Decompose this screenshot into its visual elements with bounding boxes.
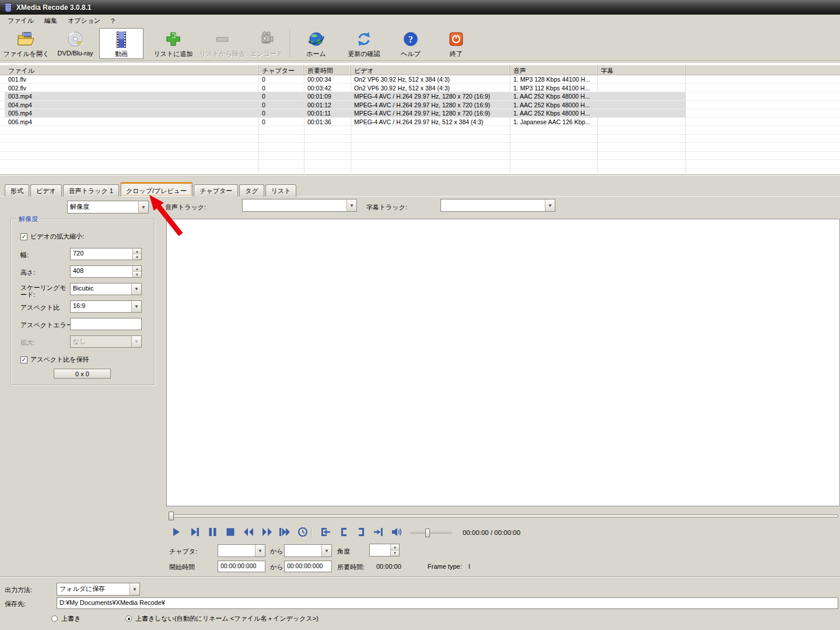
help-button[interactable]: ? ヘルプ xyxy=(395,28,426,59)
radio-selected-icon[interactable] xyxy=(125,615,132,622)
check-update-button[interactable]: 更新の確認 xyxy=(341,28,387,59)
checkbox-checked-icon[interactable]: ✓ xyxy=(20,233,27,240)
clock-button[interactable] xyxy=(297,527,310,538)
column-divider xyxy=(258,75,259,173)
table-row[interactable]: 003.mp4000:01:09MPEG-4 AVC / H.264 29.97… xyxy=(0,92,840,101)
angle-spinner[interactable]: ▲▼ xyxy=(369,544,400,556)
seek-slider-track[interactable] xyxy=(169,514,838,517)
spinner-buttons[interactable]: ▲▼ xyxy=(390,544,399,556)
column-header-video[interactable]: ビデオ xyxy=(351,65,510,75)
column-header-duration[interactable]: 所要時間 xyxy=(304,65,351,75)
next-frame-button[interactable] xyxy=(189,527,202,538)
table-row[interactable]: 005.mp4000:01:11MPEG-4 AVC / H.264 29.97… xyxy=(0,109,840,118)
table-cell: 0 xyxy=(258,101,304,109)
radio-unselected-icon[interactable] xyxy=(51,615,58,622)
keep-aspect-checkbox[interactable]: ✓ アスペクト比を保持 xyxy=(20,355,89,364)
column-header-audio[interactable]: 音声 xyxy=(510,65,597,75)
end-time-input[interactable]: 00:00:00:000 xyxy=(284,561,332,572)
stop-button[interactable] xyxy=(225,527,237,538)
menu-file[interactable]: ファイル xyxy=(2,15,39,27)
step-forward-button[interactable] xyxy=(278,527,291,538)
tab-ビデオ[interactable]: ビデオ xyxy=(30,184,62,197)
table-row[interactable]: 002.flv000:03:42On2 VP6 30.92 Hz, 512 x … xyxy=(0,84,840,93)
go-to-start-mark-button[interactable] xyxy=(320,527,332,538)
scaling-mode-combo[interactable]: Bicubic ▼ xyxy=(70,283,142,295)
volume-slider-track[interactable] xyxy=(410,532,452,534)
video-scale-checkbox[interactable]: ✓ ビデオの拡大縮小: xyxy=(20,232,84,241)
column-header-chapter[interactable]: チャプター xyxy=(258,65,304,75)
encode-button[interactable]: エンコード xyxy=(249,28,285,59)
quit-button[interactable]: 終了 xyxy=(442,28,471,59)
overwrite-radio[interactable]: 上書き xyxy=(51,614,80,623)
subtitle-track-combo[interactable]: ▼ xyxy=(440,199,555,212)
no-overwrite-radio[interactable]: 上書きしない(自動的にリネーム <ファイル名＋インデックス>) xyxy=(125,614,318,623)
chevron-down-icon[interactable]: ▼ xyxy=(545,200,555,211)
width-spinner[interactable]: 720 ▲▼ xyxy=(70,248,142,260)
spinner-buttons[interactable]: ▲▼ xyxy=(132,266,141,277)
open-file-button[interactable]: ファイルを開く xyxy=(5,28,48,59)
spinner-value[interactable]: 408 xyxy=(71,266,132,277)
tab-音声トラック 1[interactable]: 音声トラック 1 xyxy=(63,184,119,197)
remove-from-list-button[interactable]: リストから除去 xyxy=(198,28,246,59)
table-cell: 005.mp4 xyxy=(5,109,258,117)
volume-slider-thumb[interactable] xyxy=(425,528,430,537)
enlarge-label: 拡大: xyxy=(20,338,35,347)
combo-value xyxy=(285,545,321,556)
speaker-icon[interactable] xyxy=(391,527,404,538)
aspect-error-input[interactable] xyxy=(70,318,142,330)
video-button[interactable]: 動画 xyxy=(99,28,144,59)
menu-options[interactable]: オプション xyxy=(62,15,106,27)
pause-button[interactable] xyxy=(207,527,220,538)
size-button[interactable]: 0 x 0 xyxy=(54,369,111,379)
chevron-down-icon[interactable]: ▼ xyxy=(131,284,141,295)
chevron-down-icon[interactable]: ▼ xyxy=(131,301,141,312)
chevron-down-icon[interactable]: ▼ xyxy=(138,201,148,213)
spinner-value[interactable]: 720 xyxy=(71,249,132,260)
menu-edit[interactable]: 編集 xyxy=(39,15,62,27)
resolution-mode-combo[interactable]: 解像度 ▼ xyxy=(67,201,149,214)
set-start-mark-button[interactable] xyxy=(338,527,351,538)
column-header-subtitle[interactable]: 字幕 xyxy=(597,65,685,75)
seek-slider-thumb[interactable] xyxy=(169,512,174,520)
start-time-input[interactable]: 00:00:00:000 xyxy=(218,561,265,572)
chevron-down-icon[interactable]: ▼ xyxy=(130,583,139,595)
chevron-down-icon[interactable]: ▼ xyxy=(321,545,331,556)
audio-track-combo[interactable]: ▼ xyxy=(242,199,357,212)
spinner-buttons[interactable]: ▲▼ xyxy=(132,249,141,260)
play-button[interactable] xyxy=(170,527,183,538)
table-row[interactable]: 006.mp4000:01:36MPEG-4 AVC / H.264 29.97… xyxy=(0,118,840,127)
chevron-down-icon[interactable]: ▼ xyxy=(255,545,265,556)
chevron-down-icon[interactable]: ▼ xyxy=(346,200,356,211)
dvd-bluray-button[interactable]: DVD DVD/Blu-ray xyxy=(52,28,98,59)
set-end-mark-button[interactable] xyxy=(356,527,369,538)
table-cell: 00:01:11 xyxy=(304,109,351,117)
file-table-body[interactable]: 001.flv000:00:34On2 VP6 30.92 Hz, 512 x … xyxy=(0,75,840,177)
height-spinner[interactable]: 408 ▲▼ xyxy=(70,265,142,278)
tab-チャプター[interactable]: チャプター xyxy=(194,184,238,197)
checkbox-checked-icon[interactable]: ✓ xyxy=(20,356,27,363)
tab-形式[interactable]: 形式 xyxy=(5,184,29,197)
menu-help[interactable]: ? xyxy=(106,16,120,26)
tab-リスト[interactable]: リスト xyxy=(265,184,297,197)
resolution-group-label: 解像度 xyxy=(16,215,40,223)
tab-タグ[interactable]: タグ xyxy=(239,184,264,197)
table-row[interactable]: 004.mp4000:01:12MPEG-4 AVC / H.264 29.97… xyxy=(0,101,840,110)
home-button[interactable]: ホーム xyxy=(299,28,334,59)
chapter-to-combo[interactable]: ▼ xyxy=(284,544,332,557)
save-destination-input[interactable]: D:¥My Documents¥XMedia Recode¥ xyxy=(57,597,838,609)
power-icon xyxy=(448,30,464,48)
output-method-combo[interactable]: フォルダに保存 ▼ xyxy=(57,583,140,596)
chapter-from-combo[interactable]: ▼ xyxy=(218,544,265,557)
column-header-file[interactable]: ファイル xyxy=(0,65,258,75)
table-cell: MPEG-4 AVC / H.264 29.97 Hz, 512 x 384 (… xyxy=(351,118,510,126)
rewind-button[interactable] xyxy=(242,527,255,538)
table-row[interactable]: 001.flv000:00:34On2 VP6 30.92 Hz, 512 x … xyxy=(0,75,840,84)
tab-クロップ/プレビュー[interactable]: クロップ/プレビュー xyxy=(120,182,192,197)
spinner-value[interactable] xyxy=(370,544,390,556)
go-to-end-mark-button[interactable] xyxy=(373,527,386,538)
fast-forward-button[interactable] xyxy=(261,527,274,538)
table-empty-row xyxy=(0,126,840,135)
aspect-ratio-combo[interactable]: 16:9 ▼ xyxy=(70,300,142,313)
window-title: XMedia Recode 3.0.8.1 xyxy=(16,4,92,12)
add-to-list-button[interactable]: リストに追加 xyxy=(152,28,195,59)
